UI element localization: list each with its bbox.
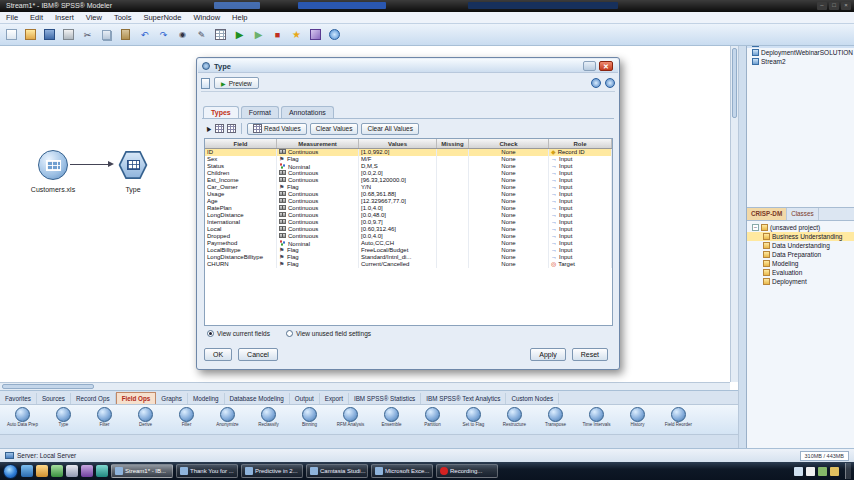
cell-values[interactable]: [0.0,4.0] — [359, 233, 437, 240]
tray-icon[interactable] — [806, 467, 815, 476]
help-button[interactable] — [326, 26, 343, 43]
pointer-icon[interactable] — [203, 124, 212, 133]
cell-values[interactable]: [0.0,48.0] — [359, 212, 437, 219]
cell-values[interactable]: [0.0,9.7] — [359, 219, 437, 226]
cell-field[interactable]: Sex — [205, 156, 277, 163]
palette-tab[interactable]: Output — [290, 393, 320, 404]
cell-field[interactable]: RatePlan — [205, 205, 277, 212]
palette-tab[interactable]: IBM SPSS® Statistics — [349, 393, 421, 404]
crisp-dm-phase-item[interactable]: Business Understanding — [747, 232, 854, 241]
cell-check[interactable]: None — [469, 184, 549, 191]
cell-field[interactable]: Usage — [205, 191, 277, 198]
cell-measurement[interactable]: Continuous — [277, 205, 359, 212]
read-values-button[interactable]: Read Values — [247, 123, 307, 135]
ok-button[interactable]: OK — [204, 348, 232, 361]
field-row[interactable]: LongDistance Continuous [0.0,48.0] None … — [205, 212, 612, 219]
cell-measurement[interactable]: Continuous — [277, 191, 359, 198]
field-row[interactable]: Paymethod Nominal Auto,CC,CH None Input — [205, 240, 612, 247]
cell-missing[interactable] — [437, 240, 469, 247]
cell-measurement[interactable]: Continuous — [277, 219, 359, 226]
palette-node[interactable]: Reclassify — [248, 406, 289, 434]
cell-values[interactable]: [0.68,361.88] — [359, 191, 437, 198]
cell-missing[interactable] — [437, 149, 469, 156]
cell-field[interactable]: Status — [205, 163, 277, 170]
cell-role[interactable]: Input — [549, 212, 612, 219]
cell-field[interactable]: LongDistanceBilltype — [205, 254, 277, 261]
palette-node[interactable]: Ensemble — [371, 406, 412, 434]
palette-node[interactable]: Field Reorder — [658, 406, 699, 434]
palette-tab[interactable]: Database Modeling — [225, 393, 290, 404]
palette-tab[interactable]: Modeling — [188, 393, 225, 404]
cell-field[interactable]: Age — [205, 198, 277, 205]
crisp-dm-phase-item[interactable]: Evaluation — [747, 268, 854, 277]
cut-button[interactable] — [79, 26, 96, 43]
view-current-fields-radio[interactable]: View current fields — [207, 330, 270, 337]
field-row[interactable]: LocalBilltype Flag FreeLocal/Budget None… — [205, 247, 612, 254]
cell-missing[interactable] — [437, 205, 469, 212]
paste-button[interactable] — [117, 26, 134, 43]
taskbar-window-button[interactable]: Predictive in 2... — [241, 464, 303, 478]
menu-item[interactable]: Help — [226, 13, 253, 22]
column-header[interactable]: Measurement — [277, 139, 359, 148]
cell-measurement[interactable]: Continuous — [277, 177, 359, 184]
cell-check[interactable]: None — [469, 226, 549, 233]
dialog-close-button[interactable]: ✕ — [599, 61, 613, 71]
cell-values[interactable]: Y/N — [359, 184, 437, 191]
cell-role[interactable]: Input — [549, 254, 612, 261]
cell-measurement[interactable]: Continuous — [277, 149, 359, 156]
apply-button[interactable]: Apply — [530, 348, 566, 361]
cell-check[interactable]: None — [469, 163, 549, 170]
quick-launch-icon[interactable] — [81, 465, 93, 477]
cell-measurement[interactable]: Continuous — [277, 226, 359, 233]
cell-check[interactable]: None — [469, 261, 549, 268]
crisp-dm-phase-item[interactable]: Data Preparation — [747, 250, 854, 259]
quick-launch-icon[interactable] — [96, 465, 108, 477]
cell-missing[interactable] — [437, 184, 469, 191]
menu-item[interactable]: Window — [187, 13, 226, 22]
palette-node[interactable]: Set to Flag — [453, 406, 494, 434]
scrollbar-thumb[interactable] — [2, 384, 94, 389]
cell-check[interactable]: None — [469, 254, 549, 261]
field-row[interactable]: International Continuous [0.0,9.7] None … — [205, 219, 612, 226]
palette-node[interactable]: RFM Analysis — [330, 406, 371, 434]
cell-role[interactable]: Input — [549, 226, 612, 233]
new-stream-button[interactable] — [3, 26, 20, 43]
cell-check[interactable]: None — [469, 170, 549, 177]
cell-check[interactable]: None — [469, 205, 549, 212]
quick-launch-icon[interactable] — [36, 465, 48, 477]
cell-role[interactable]: Input — [549, 184, 612, 191]
crisp-dm-phase-item[interactable]: Data Understanding — [747, 241, 854, 250]
cell-missing[interactable] — [437, 233, 469, 240]
cell-measurement[interactable]: Continuous — [277, 212, 359, 219]
cell-field[interactable]: CHURN — [205, 261, 277, 268]
field-row[interactable]: Local Continuous [0.60,312.46] None Inpu… — [205, 226, 612, 233]
cell-values[interactable]: [96.33,120000.0] — [359, 177, 437, 184]
cell-role[interactable]: Record ID — [549, 149, 612, 156]
cell-check[interactable]: None — [469, 177, 549, 184]
column-header[interactable]: Field — [205, 139, 277, 148]
cell-role[interactable]: Input — [549, 219, 612, 226]
cell-missing[interactable] — [437, 247, 469, 254]
cell-role[interactable]: Input — [549, 198, 612, 205]
start-button[interactable] — [3, 464, 18, 479]
clear-all-values-button[interactable]: Clear All Values — [361, 123, 418, 135]
cell-measurement[interactable]: Continuous — [277, 233, 359, 240]
cell-measurement[interactable]: Flag — [277, 261, 359, 268]
cell-missing[interactable] — [437, 226, 469, 233]
dialog-maximize-button[interactable] — [583, 61, 596, 71]
taskbar-window-button[interactable]: Stream1* - IB... — [111, 464, 173, 478]
field-row[interactable]: Children Continuous [0.0,2.0] None Input — [205, 170, 612, 177]
run-selection-button[interactable] — [250, 26, 267, 43]
cell-missing[interactable] — [437, 219, 469, 226]
column-header[interactable]: Role — [549, 139, 612, 148]
cell-values[interactable]: [1.0,4.0] — [359, 205, 437, 212]
cell-check[interactable]: None — [469, 233, 549, 240]
cell-measurement[interactable]: Flag — [277, 247, 359, 254]
cell-field[interactable]: ID — [205, 149, 277, 156]
cell-field[interactable]: Est_Income — [205, 177, 277, 184]
cell-values[interactable]: FreeLocal/Budget — [359, 247, 437, 254]
cell-missing[interactable] — [437, 177, 469, 184]
field-row[interactable]: Dropped Continuous [0.0,4.0] None Input — [205, 233, 612, 240]
crisp-dm-phase-item[interactable]: Deployment — [747, 277, 854, 286]
cell-measurement[interactable]: Continuous — [277, 198, 359, 205]
